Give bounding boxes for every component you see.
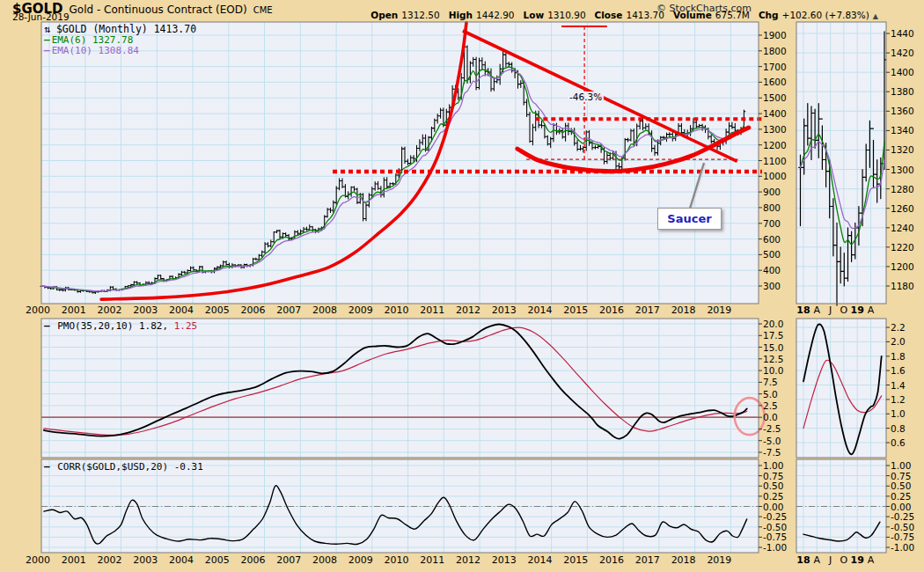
stockcharts-chart-page: $GOLD Gold - Continuous Contract (EOD) C… xyxy=(0,0,924,572)
chart-canvas xyxy=(0,0,924,572)
